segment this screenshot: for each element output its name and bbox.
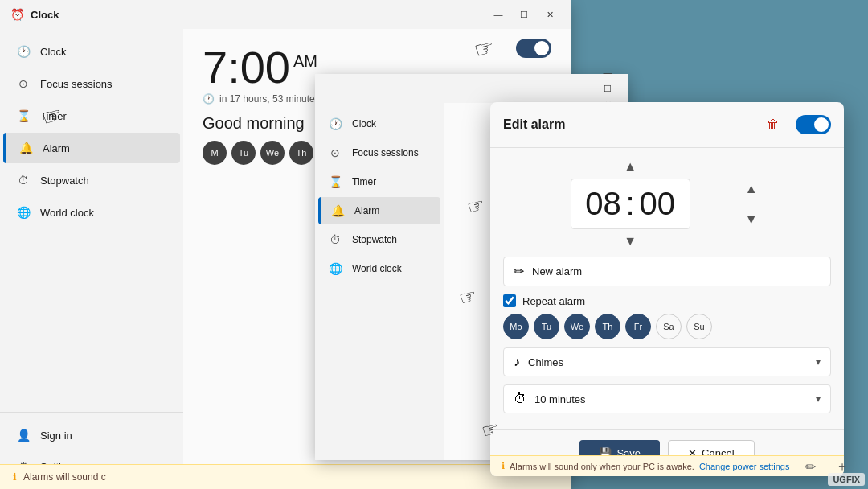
mid-maximize-btn[interactable]: ☐ <box>596 80 619 97</box>
close-btn[interactable]: ✕ <box>538 6 561 23</box>
time-colon: : <box>626 186 635 222</box>
sidebar-item-stopwatch[interactable]: ⏱ Stopwatch <box>3 165 180 195</box>
mid-sidebar: 🕐 Clock ⊙ Focus sessions ⌛ Timer 🔔 Alarm… <box>315 103 444 460</box>
mid-sidebar-clock[interactable]: 🕐 Clock <box>318 110 440 138</box>
alarm-subtitle-text: in 17 hours, 53 minutes <box>219 93 320 105</box>
mid-sidebar-worldclock[interactable]: 🌐 World clock <box>318 255 440 282</box>
repeat-days-row: Mo Tu We Th Fr Sa Su <box>503 314 831 339</box>
minutes-up-button[interactable]: ▲ <box>739 180 764 198</box>
chevron-down-icon-snooze: ▾ <box>816 393 821 405</box>
alarm-time-display: 7:00AM <box>203 45 317 90</box>
day-pill-we: We <box>260 141 285 165</box>
mid-sidebar-stopwatch-label: Stopwatch <box>352 234 397 245</box>
hours-column: ▲ 08 : 00 ▼ <box>571 158 690 250</box>
time-picker-area: ▲ 08 : 00 ▼ ▲ ▼ <box>503 158 831 250</box>
hours-up-button[interactable]: ▲ <box>617 158 643 175</box>
alarm-name-field[interactable]: ✏ <box>503 257 831 286</box>
sidebar-item-timer-label: Timer <box>40 110 67 122</box>
day-btn-we[interactable]: We <box>564 314 590 339</box>
bg-sidebar: 🕐 Clock ⊙ Focus sessions ⌛ Timer 🔔 Alarm… <box>0 29 183 489</box>
repeat-alarm-checkbox[interactable] <box>503 294 516 307</box>
minimize-btn[interactable]: — <box>487 6 510 23</box>
mid-sidebar-alarm-label: Alarm <box>354 205 379 216</box>
day-btn-mo[interactable]: Mo <box>503 314 529 339</box>
alarm-ampm: AM <box>293 52 317 70</box>
edit-icon: ✏ <box>514 264 524 279</box>
mid-sidebar-focus[interactable]: ⊙ Focus sessions <box>318 139 440 166</box>
sound-label: Chimes <box>528 356 808 368</box>
sound-dropdown[interactable]: ♪ Chimes ▾ <box>503 347 831 376</box>
sidebar-item-alarm[interactable]: 🔔 Alarm <box>3 133 180 163</box>
day-btn-fr[interactable]: Fr <box>625 314 651 339</box>
mid-timer-icon: ⌛ <box>328 175 342 189</box>
mid-sidebar-alarm[interactable]: 🔔 Alarm <box>318 197 440 224</box>
sidebar-item-focus[interactable]: ⊙ Focus sessions <box>3 68 180 99</box>
mid-world-icon: 🌐 <box>328 261 342 276</box>
day-btn-sa[interactable]: Sa <box>656 314 682 339</box>
bg-info-text: Alarms will sound c <box>23 471 106 483</box>
day-btn-tu[interactable]: Tu <box>534 314 559 339</box>
clock-small-icon: 🕐 <box>203 93 215 105</box>
sidebar-item-stopwatch-label: Stopwatch <box>40 175 89 187</box>
mid-title-bar: — ☐ ✕ <box>315 74 628 103</box>
dialog-info-text: Alarms will sound only when your PC is a… <box>510 462 694 471</box>
mid-minimize-btn[interactable]: — <box>596 64 619 80</box>
day-pill-tu: Tu <box>231 141 256 165</box>
sidebar-item-clock[interactable]: 🕐 Clock <box>3 36 180 67</box>
sidebar-item-clock-label: Clock <box>40 46 67 58</box>
ugfix-logo: UGFIX <box>828 473 865 486</box>
sidebar-item-worldclock-label: World clock <box>40 207 94 219</box>
mid-alarm-icon: 🔔 <box>330 203 345 218</box>
day-btn-su[interactable]: Su <box>686 314 712 339</box>
snooze-icon: ⏱ <box>514 392 526 406</box>
maximize-btn[interactable]: ☐ <box>513 6 535 23</box>
world-icon: 🌐 <box>16 205 31 220</box>
minutes-column: ▲ ▼ <box>739 180 764 228</box>
bg-alarm-toggle-area <box>516 39 551 58</box>
alarm-time-text: 7:00 <box>203 42 290 92</box>
chevron-down-icon-sound: ▾ <box>816 356 821 368</box>
dialog-title-bar: Edit alarm 🗑 <box>490 102 844 148</box>
hours-display: 08 <box>581 186 626 222</box>
sidebar-item-alarm-label: Alarm <box>43 142 70 154</box>
repeat-alarm-label: Repeat alarm <box>522 295 585 307</box>
sidebar-item-focus-label: Focus sessions <box>40 78 113 90</box>
mid-sidebar-stopwatch[interactable]: ⏱ Stopwatch <box>318 226 440 253</box>
dialog-body: ▲ 08 : 00 ▼ ▲ ▼ ✏ Repeat alarm <box>490 148 844 429</box>
minutes-display: 00 <box>635 186 680 222</box>
dialog-alarm-toggle[interactable] <box>796 115 831 134</box>
person-icon: 👤 <box>16 428 31 442</box>
sidebar-item-timer[interactable]: ⌛ Timer <box>3 101 180 131</box>
snooze-label: 10 minutes <box>534 393 808 405</box>
alarm-name-input[interactable] <box>532 265 821 277</box>
mid-sidebar-timer[interactable]: ⌛ Timer <box>318 168 440 195</box>
mid-sidebar-worldclock-label: World clock <box>352 263 402 274</box>
clock-icon: 🕐 <box>16 44 31 59</box>
bg-window-title: Clock <box>31 9 59 21</box>
hours-down-button[interactable]: ▼ <box>617 232 643 250</box>
day-btn-th[interactable]: Th <box>595 314 620 339</box>
mid-focus-icon: ⊙ <box>328 146 342 160</box>
bg-alarm-toggle[interactable] <box>516 39 551 58</box>
focus-icon: ⊙ <box>16 76 31 91</box>
sidebar-item-signin-label: Sign in <box>40 429 72 442</box>
info-warning-icon: ℹ <box>502 461 505 471</box>
change-power-settings-link[interactable]: Change power settings <box>699 462 790 471</box>
bg-title-bar: ⏰ Clock — ☐ ✕ <box>0 0 571 29</box>
sidebar-item-signin[interactable]: 👤 Sign in <box>3 420 180 450</box>
mid-sidebar-focus-label: Focus sessions <box>352 147 419 158</box>
day-pill-th: Th <box>289 141 313 165</box>
edit-icon-btn[interactable]: ✏ <box>797 454 823 479</box>
mid-sidebar-clock-label: Clock <box>352 118 376 129</box>
edit-alarm-dialog: Edit alarm 🗑 ▲ 08 : 00 ▼ ▲ ▼ ✏ <box>490 102 844 476</box>
dialog-title: Edit alarm <box>503 117 760 132</box>
snooze-dropdown[interactable]: ⏱ 10 minutes ▾ <box>503 384 831 413</box>
delete-alarm-button[interactable]: 🗑 <box>760 112 786 138</box>
mid-clock-icon: 🕐 <box>328 117 342 131</box>
info-icon: ℹ <box>13 471 17 483</box>
minutes-down-button[interactable]: ▼ <box>739 211 764 228</box>
alarm-icon: 🔔 <box>18 141 33 155</box>
sidebar-item-worldclock[interactable]: 🌐 World clock <box>3 197 180 228</box>
stopwatch-icon: ⏱ <box>16 173 31 187</box>
time-display-box: 08 : 00 <box>571 179 690 229</box>
